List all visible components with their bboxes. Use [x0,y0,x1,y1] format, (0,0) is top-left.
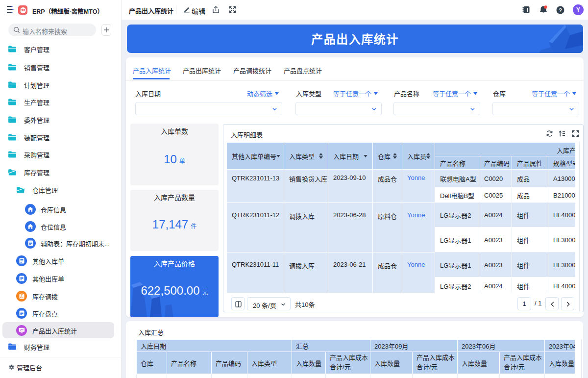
svg-text:?: ? [559,7,562,13]
